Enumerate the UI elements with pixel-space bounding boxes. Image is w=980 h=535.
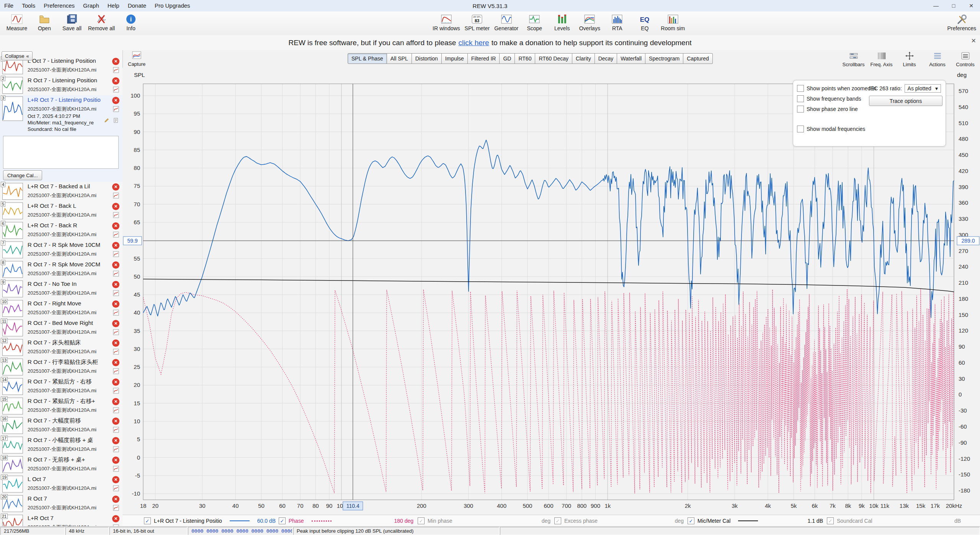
measurement-name[interactable]: L Oct 7 - Listening Position — [28, 57, 107, 64]
legend-checkbox-excess-phase[interactable] — [554, 517, 561, 524]
tab-spectrogram[interactable]: Spectrogram — [645, 53, 683, 64]
tab-rt60[interactable]: RT60 — [515, 53, 535, 64]
measurement-name[interactable]: R Oct 7 - 大幅度前移 — [28, 417, 107, 424]
remove-measurement-button[interactable]: ✕ — [112, 320, 119, 327]
minimize-button[interactable]: — — [927, 0, 945, 11]
donation-link[interactable]: click here — [458, 39, 489, 47]
measurement-name[interactable]: R Oct 7 — [28, 495, 107, 502]
toolbar-button-levels[interactable]: Levels — [548, 12, 576, 36]
measurement-name[interactable]: R Oct 7 - Listening Position — [28, 77, 107, 83]
legend-checkbox-phase[interactable] — [279, 517, 286, 524]
measurement-item-19[interactable]: 19L Oct 7✕20251007-全面测试KH120A.mi — [0, 475, 122, 494]
remove-measurement-button[interactable]: ✕ — [112, 261, 119, 269]
tab-distortion[interactable]: Distortion — [412, 53, 442, 64]
banner-close-icon[interactable]: ✕ — [971, 37, 976, 44]
checkbox-show-modal-frequencies[interactable] — [797, 126, 804, 132]
measurement-name[interactable]: R Oct 7 - Right Move — [28, 300, 107, 307]
remove-measurement-button[interactable]: ✕ — [112, 203, 119, 210]
view-button-controls[interactable]: Controls — [951, 51, 979, 67]
view-button-actions[interactable]: Actions — [923, 51, 951, 67]
remove-measurement-button[interactable]: ✕ — [112, 437, 119, 444]
measurement-name[interactable]: R Oct 7 - 行李箱贴住床头柜 — [28, 359, 107, 366]
toolbar-button-preferences[interactable]: Preferences — [945, 12, 978, 36]
menu-tools[interactable]: Tools — [18, 0, 39, 11]
remove-measurement-button[interactable]: ✕ — [112, 339, 119, 347]
tab-gd[interactable]: GD — [500, 53, 515, 64]
measurement-item-4[interactable]: 4L+R Oct 7 - Backed a Lil✕20251007-全面测试K… — [0, 182, 122, 201]
toolbar-button-overlays[interactable]: Overlays — [576, 12, 603, 36]
tab-spl-phase[interactable]: SPL & Phase — [348, 53, 387, 64]
measurement-item-10[interactable]: 10R Oct 7 - Right Move✕20251007-全面测试KH12… — [0, 299, 122, 318]
legend-checkbox-min-phase[interactable] — [418, 517, 425, 524]
measurement-item-12[interactable]: 12R Oct 7 - 床头相贴床✕20251007-全面测试KH120A.mi — [0, 338, 122, 357]
measurement-item-5[interactable]: 5L+R Oct 7 - Back L✕20251007-全面测试KH120A.… — [0, 201, 122, 221]
checkbox-show-frequency-bands[interactable] — [797, 95, 804, 102]
tab-all-spl[interactable]: All SPL — [387, 53, 412, 64]
remove-measurement-button[interactable]: ✕ — [112, 300, 119, 308]
measurement-name[interactable]: L+R Oct 7 - Back R — [28, 222, 107, 228]
notes-icon[interactable] — [113, 117, 119, 123]
toolbar-button-open[interactable]: Open — [31, 12, 58, 36]
remove-measurement-button[interactable]: ✕ — [112, 222, 119, 230]
toolbar-button-measure[interactable]: Measure — [3, 12, 31, 36]
measurement-name[interactable]: R Oct 7 - 床头相贴床 — [28, 339, 107, 346]
measurement-item-21[interactable]: 21L+R Oct 7✕20251007-全面测试KH120A.miOct 7,… — [0, 514, 122, 526]
remove-measurement-button[interactable]: ✕ — [112, 398, 119, 405]
measurement-name[interactable]: R Oct 7 - 紧贴后方 - 右移+ — [28, 398, 107, 405]
toolbar-button-scope[interactable]: Scope — [521, 12, 548, 36]
legend-checkbox-l-r-oct-7-listening-positio[interactable] — [144, 517, 151, 524]
tab-impulse[interactable]: Impulse — [442, 53, 468, 64]
menu-pro-upgrades[interactable]: Pro Upgrades — [150, 0, 194, 11]
toolbar-button-ir-windows[interactable]: IR windows — [430, 12, 462, 36]
menu-graph[interactable]: Graph — [79, 0, 103, 11]
remove-measurement-button[interactable]: ✕ — [112, 58, 119, 65]
measurement-notes-box[interactable] — [3, 136, 119, 169]
measurement-item-14[interactable]: 14R Oct 7 - 紧贴后方 - 右移✕20251007-全面测试KH120… — [0, 377, 122, 396]
measurement-name[interactable]: R Oct 7 - 无前移 + 桌+ — [28, 456, 107, 463]
legend-checkbox-soundcard-cal[interactable] — [827, 517, 834, 524]
measurement-item-18[interactable]: 18R Oct 7 - 无前移 + 桌+✕20251007-全面测试KH120A… — [0, 455, 122, 475]
toolbar-button-spl-meter[interactable]: dB SPL83SPL meter — [462, 12, 492, 36]
measurement-item-15[interactable]: 15R Oct 7 - 紧贴后方 - 右移+✕20251007-全面测试KH12… — [0, 396, 122, 416]
toolbar-button-eq[interactable]: EQEQ — [631, 12, 658, 36]
legend-checkbox-mic-meter-cal[interactable] — [688, 517, 694, 524]
edit-pencil-icon[interactable] — [104, 117, 109, 123]
measurement-name[interactable]: L+R Oct 7 - Back L — [28, 202, 107, 209]
remove-measurement-button[interactable]: ✕ — [112, 77, 119, 85]
change-cal-button[interactable]: Change Cal... — [3, 170, 42, 180]
tab-waterfall[interactable]: Waterfall — [617, 53, 645, 64]
remove-measurement-button[interactable]: ✕ — [112, 457, 119, 464]
remove-measurement-button[interactable]: ✕ — [112, 242, 119, 249]
measurement-name[interactable]: L Oct 7 — [28, 476, 107, 482]
measurement-item-7[interactable]: 7R Oct 7 - R Spk Move 10CM✕20251007-全面测试… — [0, 240, 122, 260]
measurement-item-6[interactable]: 6L+R Oct 7 - Back R✕20251007-全面测试KH120A.… — [0, 221, 122, 240]
remove-measurement-button[interactable]: ✕ — [112, 281, 119, 288]
remove-measurement-button[interactable]: ✕ — [112, 496, 119, 503]
toolbar-button-save-all[interactable]: Save all — [58, 12, 86, 36]
measurement-name[interactable]: L+R Oct 7 — [28, 515, 107, 521]
toolbar-button-room-sim[interactable]: Room sim — [658, 12, 687, 36]
remove-measurement-button[interactable]: ✕ — [112, 97, 119, 104]
measurement-name[interactable]: R Oct 7 - 紧贴后方 - 右移 — [28, 378, 107, 385]
measurement-name[interactable]: R Oct 7 - No Toe In — [28, 281, 107, 287]
measurement-name[interactable]: R Oct 7 - R Spk Move 20CM — [28, 261, 107, 268]
measurement-name[interactable]: L+R Oct 7 - Backed a Lil — [28, 183, 107, 189]
tab-clarity[interactable]: Clarity — [572, 53, 595, 64]
remove-measurement-button[interactable]: ✕ — [112, 515, 119, 522]
measurement-name[interactable]: R Oct 7 - R Spk Move 10CM — [28, 241, 107, 248]
remove-measurement-button[interactable]: ✕ — [112, 359, 119, 366]
tab-filtered-ir[interactable]: Filtered IR — [468, 53, 500, 64]
view-button-freq-axis[interactable]: Freq. Axis — [867, 51, 895, 67]
close-button[interactable]: ✕ — [962, 0, 980, 11]
measurement-item-8[interactable]: 8R Oct 7 - R Spk Move 20CM✕20251007-全面测试… — [0, 260, 122, 279]
toolbar-button-remove-all[interactable]: Remove all — [86, 12, 117, 36]
maximize-button[interactable]: □ — [945, 0, 962, 11]
measurement-name[interactable]: L+R Oct 7 - Listening Positio — [28, 96, 107, 103]
collapse-sidebar-button[interactable]: Collapse « — [2, 51, 33, 60]
checkbox-show-phase-zero-line[interactable] — [797, 106, 804, 113]
checkbox-show-points-when-zoomed-in[interactable] — [797, 85, 804, 92]
menu-donate[interactable]: Donate — [124, 0, 150, 11]
measurement-name[interactable]: R Oct 7 - 小幅度前移 + 桌 — [28, 437, 107, 444]
measurement-item-9[interactable]: 9R Oct 7 - No Toe In✕20251007-全面测试KH120A… — [0, 279, 122, 299]
tab-rt60-decay[interactable]: RT60 Decay — [535, 53, 572, 64]
